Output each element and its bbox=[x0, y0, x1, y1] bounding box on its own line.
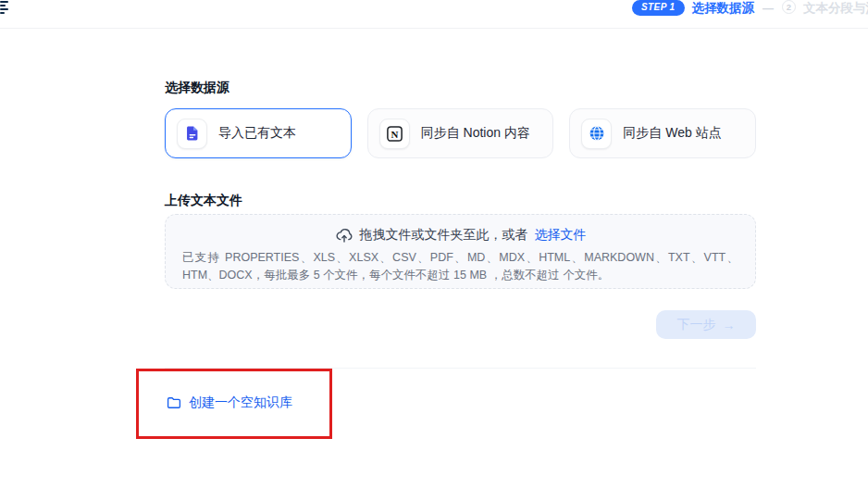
step-1[interactable]: STEP 1 选择数据源 bbox=[632, 0, 754, 17]
dropzone-text: 拖拽文件或文件夹至此，或者 bbox=[360, 227, 528, 244]
step-2-number: 2 bbox=[782, 0, 796, 14]
globe-icon bbox=[581, 119, 612, 149]
step-indicator: STEP 1 选择数据源 — 2 文本分段与清洗 bbox=[632, 0, 868, 16]
file-dropzone[interactable]: 拖拽文件或文件夹至此，或者 选择文件 已支持 PROPERTIES、XLS、XL… bbox=[165, 214, 756, 289]
create-knowledge-base-page: STEP 1 选择数据源 — 2 文本分段与清洗 选择数据源 导入已有文本 bbox=[0, 0, 868, 501]
upload-cloud-icon bbox=[335, 226, 353, 244]
create-empty-kb-link[interactable]: 创建一个空知识库 bbox=[167, 395, 292, 411]
top-header: STEP 1 选择数据源 — 2 文本分段与清洗 bbox=[0, 0, 868, 29]
menu-icon[interactable] bbox=[0, 1, 8, 14]
step-1-label: 选择数据源 bbox=[692, 0, 755, 17]
browse-files-link[interactable]: 选择文件 bbox=[535, 227, 587, 244]
dropzone-instruction: 拖拽文件或文件夹至此，或者 选择文件 bbox=[166, 226, 755, 244]
svg-text:N: N bbox=[391, 128, 398, 139]
datasource-option-import-text[interactable]: 导入已有文本 bbox=[165, 108, 352, 158]
supported-file-types-hint: 已支持 PROPERTIES、XLS、XLSX、CSV、PDF、MD、MDX、H… bbox=[182, 249, 738, 284]
upload-section-title: 上传文本文件 bbox=[165, 193, 242, 207]
step-separator: — bbox=[763, 2, 774, 15]
datasource-option-label: 同步自 Web 站点 bbox=[623, 125, 721, 142]
datasource-option-web[interactable]: 同步自 Web 站点 bbox=[569, 108, 756, 158]
step-2-label: 文本分段与清洗 bbox=[803, 0, 868, 17]
notion-icon: N bbox=[379, 119, 410, 149]
datasource-section-title: 选择数据源 bbox=[165, 80, 229, 94]
datasource-option-notion[interactable]: N 同步自 Notion 内容 bbox=[367, 108, 554, 158]
datasource-options: 导入已有文本 N 同步自 Notion 内容 同步自 Web 站点 bbox=[165, 108, 756, 158]
next-step-label: 下一步 bbox=[677, 317, 716, 333]
footer-divider bbox=[165, 368, 756, 369]
folder-icon bbox=[167, 395, 181, 410]
file-text-icon bbox=[177, 119, 207, 149]
step-1-badge: STEP 1 bbox=[632, 0, 685, 16]
arrow-right-icon: → bbox=[723, 318, 736, 332]
create-empty-kb-label: 创建一个空知识库 bbox=[189, 395, 292, 411]
datasource-option-label: 同步自 Notion 内容 bbox=[421, 125, 530, 142]
step-2: 2 文本分段与清洗 bbox=[782, 0, 868, 17]
datasource-option-label: 导入已有文本 bbox=[218, 125, 296, 142]
next-step-button[interactable]: 下一步 → bbox=[656, 310, 756, 339]
